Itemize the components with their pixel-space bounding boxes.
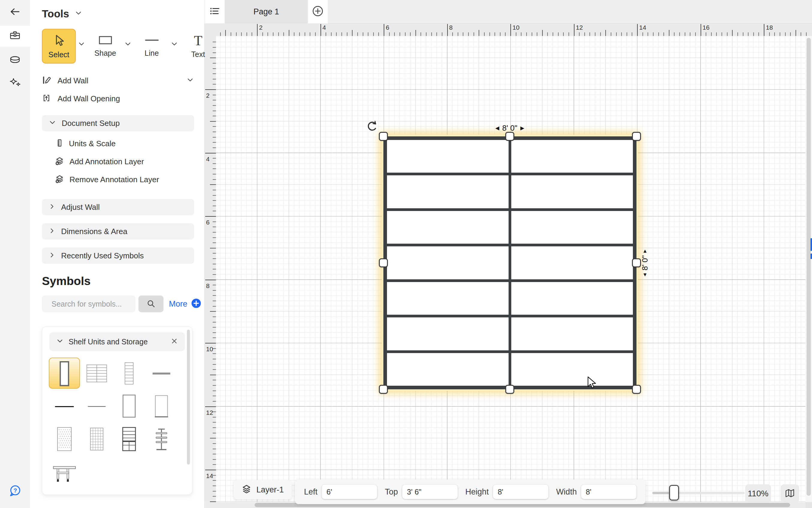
menu-item-add-wall-opening[interactable]: Add Wall Opening (42, 92, 194, 105)
ruler-tick (225, 30, 226, 36)
ruler-tick (213, 427, 216, 428)
symbol-tile-wall-shelf-light[interactable] (81, 390, 112, 422)
top-input[interactable] (402, 484, 458, 499)
help-button[interactable]: ? (0, 481, 30, 502)
chevron-down-icon[interactable] (75, 9, 82, 18)
ruler-tick (213, 433, 216, 433)
left-input[interactable] (322, 484, 377, 499)
ruler-tick (213, 306, 216, 307)
rotate-handle-icon[interactable] (366, 120, 379, 134)
ruler-tick (231, 32, 231, 36)
symbol-tile-shelf-unit-front[interactable] (49, 357, 80, 389)
ruler-label: 18 (766, 24, 773, 31)
selected-shelf-unit[interactable] (383, 136, 636, 389)
width-input[interactable] (581, 484, 636, 499)
handle-bottom-right[interactable] (632, 385, 641, 394)
handle-top-right[interactable] (632, 132, 641, 141)
symbol-panel-scrollbar[interactable] (187, 330, 190, 465)
ruler-label: 2 (259, 24, 263, 31)
symbol-group-title: Shelf Units and Storage (68, 337, 165, 346)
work-table-side-icon (50, 457, 79, 487)
ruler-label: 4 (206, 156, 210, 163)
symbol-group-header[interactable]: Shelf Units and Storage (49, 332, 185, 351)
more-symbols-link[interactable]: More (169, 298, 201, 309)
ruler-tick (213, 163, 216, 164)
shelf-cell (511, 318, 633, 350)
ruler-tick (442, 32, 442, 36)
symbol-tile-display-rack-side[interactable] (146, 423, 177, 455)
symbol-tile-single-column-shelf[interactable] (113, 357, 145, 389)
text-tool-button[interactable]: TText (181, 29, 215, 64)
symbol-tile-work-table-side[interactable] (49, 457, 80, 488)
symbol-tile-storage-unit-tall[interactable] (113, 390, 145, 422)
symbol-tile-wire-grid-rack[interactable] (81, 423, 112, 455)
ruler-tick (294, 32, 294, 36)
menu-item-remove-annotation-layer[interactable]: Remove Annotation Layer (55, 173, 193, 186)
select-tool-button[interactable]: Select (42, 29, 76, 64)
section-recently-used-symbols[interactable]: Recently Used Symbols (42, 248, 194, 264)
chevron-down-icon[interactable] (186, 76, 194, 85)
vertical-scrollbar[interactable] (805, 36, 812, 502)
zoom-level-badge[interactable]: 110% (745, 484, 771, 503)
minimap-button[interactable] (780, 484, 799, 503)
symbol-tile-compartment-shelf[interactable] (113, 423, 145, 455)
symbol-tile-wall-shelf-black[interactable] (49, 390, 80, 422)
section-dimensions-area[interactable]: Dimensions & Area (42, 223, 194, 240)
tab-page-1[interactable]: Page 1 (225, 0, 308, 24)
ruler-tick (213, 332, 216, 333)
symbol-tile-storage-unit-open[interactable] (146, 390, 177, 422)
section-document-setup[interactable]: Document Setup (42, 115, 194, 131)
symbol-search-input[interactable] (42, 296, 135, 312)
handle-top-mid[interactable] (505, 132, 514, 141)
line-tool-button[interactable]: Line (135, 29, 169, 64)
page-list-button[interactable] (204, 0, 225, 24)
ruler-tick (547, 32, 548, 36)
rail-button-sparkles[interactable] (0, 73, 30, 94)
ruler-tick (321, 24, 321, 36)
symbol-tile-pegboard-panel[interactable] (49, 423, 80, 455)
ruler-tick (304, 32, 305, 36)
chevron-down-icon[interactable] (171, 40, 178, 49)
handle-top-left[interactable] (379, 132, 388, 141)
search-button[interactable] (138, 296, 163, 312)
ruler-tick (213, 105, 216, 106)
zoom-slider-handle[interactable] (669, 485, 679, 501)
shape-tool-button[interactable]: Shape (88, 29, 122, 64)
edge-marker (811, 238, 812, 251)
chevron-down-icon[interactable] (78, 40, 85, 49)
menu-item-add-wall[interactable]: Add Wall (42, 74, 194, 87)
rail-button-database[interactable] (0, 50, 30, 71)
handle-bottom-left[interactable] (379, 385, 388, 394)
handle-mid-left[interactable] (379, 258, 388, 267)
ruler-tick (532, 32, 532, 36)
ruler-tick (796, 30, 796, 36)
ruler-tick (289, 30, 289, 36)
layer-selector[interactable]: Layer-1 (234, 480, 292, 499)
symbol-tile-wall-shelf-heavy[interactable] (146, 357, 177, 389)
close-icon[interactable] (171, 337, 178, 346)
ruler-tick (368, 32, 369, 36)
handle-bottom-mid[interactable] (505, 385, 514, 394)
chevron-down-icon[interactable] (124, 40, 132, 49)
ruler-tick (611, 32, 611, 36)
rail-button-back[interactable] (0, 2, 30, 23)
symbol-tile-double-column-shelf[interactable] (81, 357, 112, 389)
scrollbar-corner (805, 502, 812, 508)
handle-mid-right[interactable] (632, 258, 641, 267)
ruler-tick (213, 480, 216, 481)
ruler-tick (389, 32, 390, 36)
zoom-slider[interactable] (652, 492, 745, 494)
ruler-label: 6 (386, 24, 389, 31)
menu-item-units-scale[interactable]: Units & Scale (55, 137, 193, 151)
ruler-tick (479, 30, 479, 36)
vertical-scrollbar-thumb[interactable] (807, 38, 811, 496)
ruler-label: 10 (206, 346, 213, 353)
height-input[interactable] (493, 484, 548, 499)
shelf-cell (387, 282, 509, 315)
add-page-button[interactable] (308, 0, 328, 24)
menu-item-add-annotation-layer[interactable]: Add Annotation Layer (55, 155, 193, 168)
storage-unit-tall-icon (115, 391, 143, 421)
rail-button-toolbox[interactable] (0, 26, 30, 47)
section-adjust-wall[interactable]: Adjust Wall (42, 199, 194, 215)
storage-unit-open-icon (147, 391, 176, 421)
